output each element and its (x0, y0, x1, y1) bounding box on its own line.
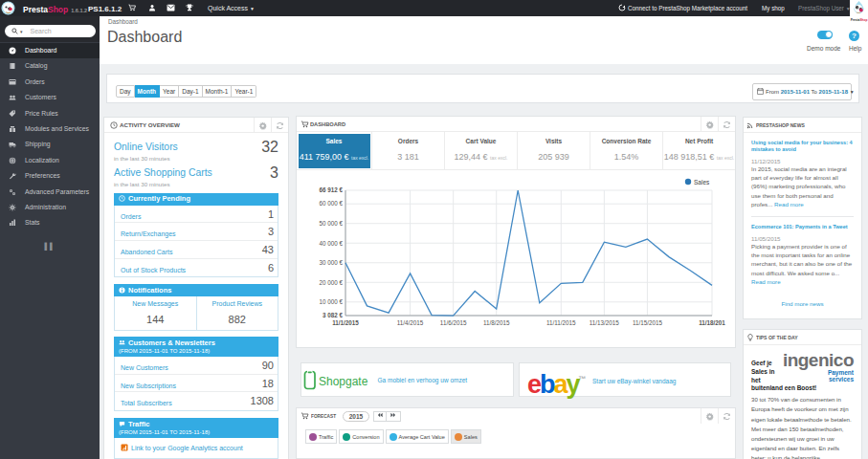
svg-text:60 000 €: 60 000 € (319, 200, 343, 207)
svg-text:11/13/2015: 11/13/2015 (590, 319, 620, 326)
svg-text:11/8/2015: 11/8/2015 (483, 319, 510, 326)
svg-text:3 082 €: 3 082 € (323, 312, 344, 318)
svg-text:11/15/2015: 11/15/2015 (633, 319, 663, 326)
svg-text:Shopgate: Shopgate (319, 375, 368, 388)
svg-text:30 000 €: 30 000 € (319, 259, 343, 266)
svg-text:11/11/2015: 11/11/2015 (546, 319, 576, 326)
svg-text:11/1/2015: 11/1/2015 (332, 319, 359, 326)
svg-text:66 912 €: 66 912 € (319, 186, 343, 193)
svg-text:Sales: Sales (694, 179, 710, 186)
svg-text:50 000 €: 50 000 € (319, 220, 343, 227)
svg-text:11/4/2015: 11/4/2015 (397, 319, 424, 326)
svg-text:10 000 €: 10 000 € (319, 298, 343, 305)
svg-text:40 000 €: 40 000 € (319, 240, 343, 247)
svg-text:11/18/201: 11/18/201 (699, 319, 725, 326)
svg-text:11/6/2015: 11/6/2015 (440, 319, 467, 326)
svg-text:20 000 €: 20 000 € (319, 279, 343, 286)
